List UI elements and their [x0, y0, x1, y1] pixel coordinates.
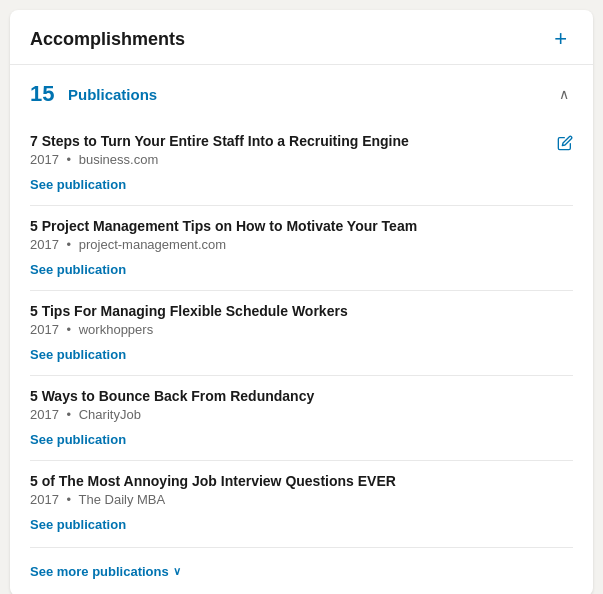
pub-source: The Daily MBA [79, 492, 166, 507]
pub-meta: 2017 • project-management.com [30, 237, 573, 252]
see-publication-link[interactable]: See publication [30, 177, 126, 192]
see-publication-link[interactable]: See publication [30, 517, 126, 532]
pub-title: 7 Steps to Turn Your Entire Staff Into a… [30, 133, 573, 149]
publication-item: 7 Steps to Turn Your Entire Staff Into a… [30, 121, 573, 205]
pub-source: project-management.com [79, 237, 226, 252]
pub-year: 2017 [30, 152, 59, 167]
pub-dot: • [67, 237, 72, 252]
pub-dot: • [67, 152, 72, 167]
publication-item: 5 of The Most Annoying Job Interview Que… [30, 460, 573, 545]
publication-item: 5 Project Management Tips on How to Moti… [30, 205, 573, 290]
section-header-left: 15 Publications [30, 81, 157, 107]
publication-item: 5 Ways to Bounce Back From Redundancy 20… [30, 375, 573, 460]
collapse-button[interactable] [555, 84, 573, 104]
see-publication-link[interactable]: See publication [30, 432, 126, 447]
pub-title: 5 Ways to Bounce Back From Redundancy [30, 388, 573, 404]
card-header: Accomplishments + [10, 10, 593, 65]
card-body: 15 Publications 7 Steps to Turn Your Ent… [10, 65, 593, 594]
pub-meta: 2017 • CharityJob [30, 407, 573, 422]
see-publication-link[interactable]: See publication [30, 347, 126, 362]
chevron-down-icon: ∨ [173, 565, 181, 578]
pub-year: 2017 [30, 407, 59, 422]
see-publication-link[interactable]: See publication [30, 262, 126, 277]
pub-year: 2017 [30, 492, 59, 507]
section-header: 15 Publications [30, 81, 573, 107]
pub-dot: • [67, 492, 72, 507]
pub-meta: 2017 • business.com [30, 152, 573, 167]
pub-year: 2017 [30, 322, 59, 337]
pub-meta: 2017 • workhoppers [30, 322, 573, 337]
pub-year: 2017 [30, 237, 59, 252]
see-more-publications-button[interactable]: See more publications ∨ [30, 564, 181, 579]
pub-dot: • [67, 407, 72, 422]
pub-source: CharityJob [79, 407, 141, 422]
pub-meta: 2017 • The Daily MBA [30, 492, 573, 507]
publications-count: 15 [30, 81, 58, 107]
see-more-label: See more publications [30, 564, 169, 579]
accomplishments-card: Accomplishments + 15 Publications 7 Step… [10, 10, 593, 594]
pub-title: 5 Project Management Tips on How to Moti… [30, 218, 573, 234]
publication-item: 5 Tips For Managing Flexible Schedule Wo… [30, 290, 573, 375]
pub-dot: • [67, 322, 72, 337]
pub-source: business.com [79, 152, 158, 167]
add-button[interactable]: + [548, 26, 573, 52]
publications-title: Publications [68, 86, 157, 103]
pub-source: workhoppers [79, 322, 153, 337]
pub-title: 5 of The Most Annoying Job Interview Que… [30, 473, 573, 489]
edit-icon[interactable] [557, 135, 573, 154]
publications-list: 7 Steps to Turn Your Entire Staff Into a… [30, 121, 573, 545]
see-more-section: See more publications ∨ [30, 547, 573, 594]
chevron-up-icon [559, 86, 569, 102]
pub-title: 5 Tips For Managing Flexible Schedule Wo… [30, 303, 573, 319]
card-title: Accomplishments [30, 29, 185, 50]
